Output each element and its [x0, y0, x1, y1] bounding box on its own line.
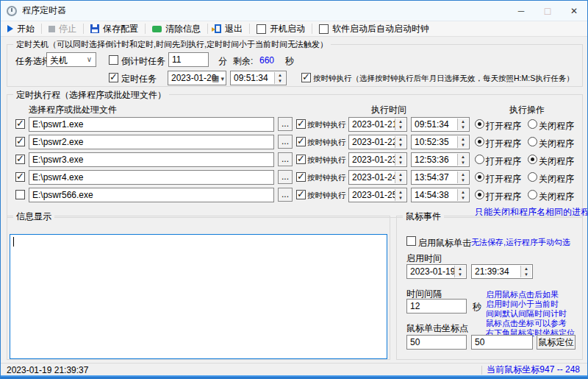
- shutdown-time-input[interactable]: 09:51:34: [230, 71, 287, 85]
- spin-down-icon[interactable]: [455, 272, 465, 277]
- spin-up-icon[interactable]: [458, 171, 468, 177]
- exit-button[interactable]: 退出: [208, 21, 249, 36]
- mouse-locate-button[interactable]: 鼠标定位: [537, 335, 576, 350]
- row-date-input[interactable]: 2023-01-22: [348, 135, 407, 149]
- timed-task-checkbox[interactable]: [109, 73, 118, 82]
- date-spinner[interactable]: [395, 118, 406, 130]
- spin-up-icon[interactable]: [458, 154, 468, 160]
- browse-button[interactable]: ...: [278, 135, 293, 149]
- row-enable-checkbox[interactable]: [15, 137, 25, 146]
- spin-up-icon[interactable]: [395, 189, 406, 195]
- autoclock-checkbox[interactable]: [319, 24, 329, 34]
- open-program-radio[interactable]: [475, 155, 484, 164]
- mouse-time-input[interactable]: 21:39:34: [471, 264, 533, 279]
- time-spinner[interactable]: [457, 154, 468, 166]
- spin-down-icon[interactable]: [458, 124, 468, 130]
- browse-button[interactable]: ...: [278, 188, 293, 202]
- row-clock-checkbox[interactable]: [296, 119, 306, 129]
- row-clock-checkbox[interactable]: [296, 155, 306, 164]
- spin-down-icon[interactable]: [458, 142, 468, 148]
- spin-down-icon[interactable]: [458, 160, 468, 166]
- row-enable-checkbox[interactable]: [15, 155, 25, 164]
- countdown-task-checkbox[interactable]: [109, 55, 118, 65]
- program-path-input[interactable]: E:\pswr1.exe: [29, 117, 274, 132]
- close-program-radio[interactable]: [528, 137, 537, 146]
- date-spinner[interactable]: [395, 136, 406, 148]
- date-spinner[interactable]: [395, 189, 406, 201]
- calendar-dropdown[interactable]: [212, 73, 224, 83]
- interval-input[interactable]: 12: [406, 299, 467, 314]
- time-spinner[interactable]: [457, 189, 468, 201]
- spin-down-icon[interactable]: [395, 177, 406, 183]
- spin-down-icon[interactable]: [458, 195, 468, 201]
- row-date-input[interactable]: 2023-01-25: [348, 188, 407, 202]
- date-spinner[interactable]: [395, 154, 406, 166]
- time-spinner[interactable]: [520, 266, 531, 277]
- close-button[interactable]: [561, 1, 587, 21]
- task-select-combobox[interactable]: 关机: [46, 52, 96, 67]
- open-program-radio[interactable]: [475, 190, 484, 199]
- spin-up-icon[interactable]: [458, 189, 468, 195]
- row-date-input[interactable]: 2023-01-23: [348, 152, 407, 167]
- spin-up-icon[interactable]: [395, 136, 406, 142]
- browse-button[interactable]: ...: [278, 117, 293, 131]
- mouse-date-input[interactable]: 2023-01-19: [406, 264, 467, 279]
- close-program-radio[interactable]: [528, 190, 537, 199]
- row-time-input[interactable]: 12:53:36: [411, 152, 470, 167]
- spin-down-icon[interactable]: [395, 124, 406, 130]
- browse-button[interactable]: ...: [278, 152, 293, 166]
- spin-up-icon[interactable]: [521, 266, 531, 272]
- program-path-input[interactable]: E:\pswr3.exe: [29, 152, 274, 167]
- row-time-input[interactable]: 13:54:37: [411, 170, 470, 185]
- start-button[interactable]: 开始: [1, 21, 41, 36]
- row-time-input[interactable]: 14:54:38: [411, 188, 470, 202]
- row-clock-checkbox[interactable]: [296, 172, 306, 182]
- shutdown-date-picker[interactable]: 2023-01-20: [168, 71, 226, 85]
- spin-up-icon[interactable]: [458, 136, 468, 142]
- row-date-input[interactable]: 2023-01-21: [348, 117, 407, 132]
- spin-down-icon[interactable]: [395, 195, 406, 201]
- clear-info-button[interactable]: 清除信息: [146, 21, 207, 36]
- time-spinner[interactable]: [274, 72, 285, 84]
- spin-down-icon[interactable]: [395, 160, 406, 166]
- spin-up-icon[interactable]: [455, 266, 465, 272]
- date-spinner[interactable]: [454, 266, 465, 277]
- time-spinner[interactable]: [457, 118, 468, 130]
- row-clock-checkbox[interactable]: [296, 137, 306, 146]
- enable-mouse-click-checkbox[interactable]: [406, 236, 416, 246]
- spin-up-icon[interactable]: [395, 118, 406, 124]
- program-path-input[interactable]: E:\pswr2.exe: [29, 135, 274, 149]
- coord-y-input[interactable]: 50: [471, 335, 533, 350]
- spin-up-icon[interactable]: [458, 118, 468, 124]
- countdown-minutes-input[interactable]: 11: [168, 52, 209, 67]
- row-clock-checkbox[interactable]: [296, 190, 306, 199]
- date-spinner[interactable]: [395, 171, 406, 183]
- boot-start-checkbox[interactable]: [257, 24, 266, 34]
- spin-up-icon[interactable]: [275, 72, 285, 78]
- spin-up-icon[interactable]: [395, 171, 406, 177]
- stop-button[interactable]: 停止: [42, 21, 83, 36]
- row-time-input[interactable]: 10:52:35: [411, 135, 470, 149]
- time-spinner[interactable]: [457, 136, 468, 148]
- close-program-radio[interactable]: [528, 172, 537, 182]
- time-spinner[interactable]: [457, 171, 468, 183]
- program-path-input[interactable]: E:\pswr4.exe: [29, 170, 274, 185]
- coord-x-input[interactable]: 50: [406, 335, 467, 350]
- spin-down-icon[interactable]: [458, 177, 468, 183]
- row-time-input[interactable]: 09:51:34: [411, 117, 470, 132]
- maximize-button[interactable]: [534, 1, 561, 21]
- row-enable-checkbox[interactable]: [15, 119, 25, 129]
- spin-down-icon[interactable]: [521, 272, 531, 277]
- spin-down-icon[interactable]: [275, 78, 285, 84]
- info-textarea[interactable]: [10, 234, 387, 359]
- close-program-radio[interactable]: [528, 155, 537, 164]
- minimize-button[interactable]: [508, 1, 534, 21]
- row-date-input[interactable]: 2023-01-24: [348, 170, 407, 185]
- open-program-radio[interactable]: [475, 172, 484, 182]
- spin-up-icon[interactable]: [395, 154, 406, 160]
- close-program-radio[interactable]: [528, 119, 537, 129]
- row-enable-checkbox[interactable]: [15, 190, 25, 199]
- clock-mode-checkbox[interactable]: [301, 73, 311, 82]
- program-path-input[interactable]: E:\pswr566.exe: [29, 188, 274, 202]
- save-config-button[interactable]: 保存配置: [84, 21, 145, 36]
